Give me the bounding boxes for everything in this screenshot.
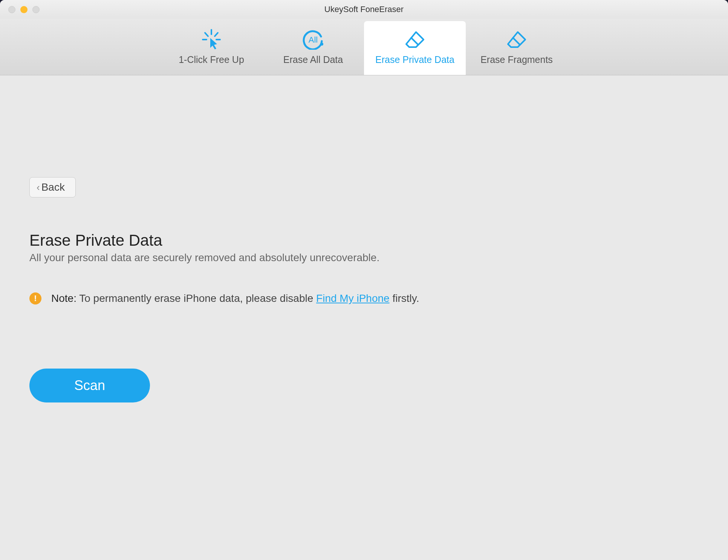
svg-point-5 [320, 43, 323, 46]
toolbar-tabs: 1-Click Free Up All Erase All Data [0, 19, 728, 75]
svg-line-8 [512, 37, 520, 45]
note-before: To permanently erase iPhone data, please… [76, 292, 316, 304]
tab-label: Erase Fragments [480, 54, 553, 65]
back-label: Back [41, 181, 65, 193]
page-subtitle: All your personal data are securely remo… [29, 252, 699, 264]
svg-line-2 [215, 33, 218, 36]
svg-line-1 [205, 33, 208, 36]
app-window: UkeySoft FoneEraser 1-Click Free Up [0, 0, 728, 560]
close-window-button[interactable] [8, 6, 15, 13]
note-row: ! Note: To permanently erase iPhone data… [29, 292, 699, 304]
scan-button[interactable]: Scan [29, 369, 150, 402]
window-title: UkeySoft FoneEraser [0, 5, 728, 14]
tab-erase-all[interactable]: All Erase All Data [262, 21, 364, 75]
maximize-window-button[interactable] [32, 6, 40, 13]
note-label: Note: [51, 292, 76, 304]
warning-icon: ! [29, 292, 41, 304]
note-after: firstly. [390, 292, 419, 304]
svg-text:All: All [309, 35, 318, 44]
note-text: Note: To permanently erase iPhone data, … [51, 292, 419, 304]
chevron-left-icon: ‹ [37, 182, 40, 193]
eraser-icon [403, 29, 427, 50]
minimize-window-button[interactable] [20, 6, 28, 13]
erase-all-icon: All [301, 29, 325, 50]
svg-line-7 [411, 37, 418, 45]
find-my-iphone-link[interactable]: Find My iPhone [316, 292, 390, 304]
back-button[interactable]: ‹ Back [29, 177, 76, 197]
tab-erase-private[interactable]: Erase Private Data [364, 21, 466, 75]
tab-label: Erase All Data [283, 54, 343, 65]
titlebar: UkeySoft FoneEraser [0, 0, 728, 19]
cursor-click-icon [200, 29, 223, 50]
traffic-light-group [0, 6, 40, 13]
tab-erase-fragments[interactable]: Erase Fragments [466, 21, 567, 75]
tab-label: 1-Click Free Up [179, 54, 244, 65]
tab-free-up[interactable]: 1-Click Free Up [161, 21, 262, 75]
page-heading: Erase Private Data [29, 231, 699, 249]
content-area: ‹ Back Erase Private Data All your perso… [0, 75, 728, 560]
eraser-fragments-icon [505, 29, 528, 50]
tab-label: Erase Private Data [375, 54, 454, 65]
